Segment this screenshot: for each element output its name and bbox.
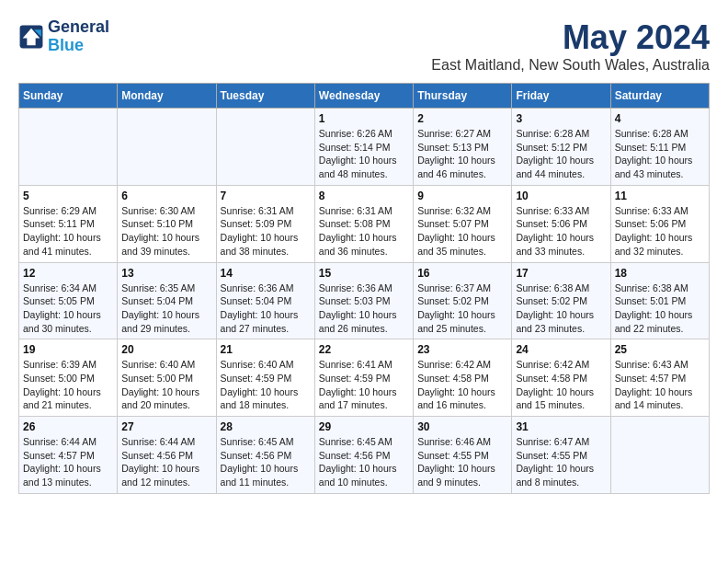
calendar-cell: 18Sunrise: 6:38 AMSunset: 5:01 PMDayligh… (610, 262, 709, 339)
logo-line1: General (48, 18, 109, 37)
calendar-cell: 30Sunrise: 6:46 AMSunset: 4:55 PMDayligh… (414, 417, 512, 494)
day-info: Sunrise: 6:46 AMSunset: 4:55 PMDaylight:… (417, 435, 507, 489)
header-cell-sunday: Sunday (19, 84, 118, 109)
calendar-cell: 27Sunrise: 6:44 AMSunset: 4:56 PMDayligh… (118, 417, 216, 494)
day-info: Sunrise: 6:42 AMSunset: 4:58 PMDaylight:… (516, 358, 606, 412)
day-number: 26 (23, 420, 113, 433)
calendar-cell: 3Sunrise: 6:28 AMSunset: 5:12 PMDaylight… (512, 109, 610, 186)
day-info: Sunrise: 6:44 AMSunset: 4:56 PMDaylight:… (121, 435, 211, 489)
calendar-cell: 19Sunrise: 6:39 AMSunset: 5:00 PMDayligh… (19, 339, 118, 417)
logo: General Blue (18, 18, 109, 55)
day-info: Sunrise: 6:44 AMSunset: 4:57 PMDaylight:… (23, 435, 113, 489)
header-cell-friday: Friday (512, 84, 610, 109)
day-info: Sunrise: 6:28 AMSunset: 5:12 PMDaylight:… (516, 127, 606, 181)
day-info: Sunrise: 6:45 AMSunset: 4:56 PMDaylight:… (221, 435, 311, 489)
calendar-cell (118, 109, 216, 186)
day-number: 11 (615, 190, 705, 202)
day-number: 22 (319, 343, 409, 356)
day-number: 25 (615, 343, 705, 356)
day-info: Sunrise: 6:36 AMSunset: 5:04 PMDaylight:… (221, 282, 311, 336)
day-number: 23 (417, 343, 507, 356)
day-number: 3 (516, 112, 606, 125)
calendar-cell: 9Sunrise: 6:32 AMSunset: 5:07 PMDaylight… (414, 185, 512, 262)
day-number: 17 (516, 267, 606, 280)
header-cell-wednesday: Wednesday (314, 84, 413, 109)
day-info: Sunrise: 6:30 AMSunset: 5:10 PMDaylight:… (121, 204, 211, 259)
day-number: 12 (23, 267, 113, 280)
day-number: 13 (121, 267, 211, 280)
day-info: Sunrise: 6:34 AMSunset: 5:05 PMDaylight:… (23, 282, 113, 336)
calendar-cell: 31Sunrise: 6:47 AMSunset: 4:55 PMDayligh… (512, 417, 610, 494)
calendar-cell: 8Sunrise: 6:31 AMSunset: 5:08 PMDaylight… (314, 185, 413, 262)
day-number: 8 (319, 190, 409, 202)
calendar-week-2: 5Sunrise: 6:29 AMSunset: 5:11 PMDaylight… (19, 185, 710, 262)
calendar-cell: 10Sunrise: 6:33 AMSunset: 5:06 PMDayligh… (512, 185, 610, 262)
day-number: 2 (417, 112, 507, 125)
day-info: Sunrise: 6:37 AMSunset: 5:02 PMDaylight:… (417, 282, 507, 336)
header-cell-monday: Monday (118, 84, 216, 109)
calendar-cell: 21Sunrise: 6:40 AMSunset: 4:59 PMDayligh… (216, 339, 314, 417)
day-number: 30 (417, 420, 507, 433)
day-info: Sunrise: 6:38 AMSunset: 5:01 PMDaylight:… (615, 282, 705, 336)
day-info: Sunrise: 6:38 AMSunset: 5:02 PMDaylight:… (516, 282, 606, 336)
calendar-cell: 25Sunrise: 6:43 AMSunset: 4:57 PMDayligh… (610, 339, 709, 417)
calendar-cell: 5Sunrise: 6:29 AMSunset: 5:11 PMDaylight… (19, 185, 118, 262)
header-cell-saturday: Saturday (610, 84, 709, 109)
day-number: 31 (516, 420, 606, 433)
calendar-week-1: 1Sunrise: 6:26 AMSunset: 5:14 PMDaylight… (19, 109, 710, 186)
day-info: Sunrise: 6:31 AMSunset: 5:09 PMDaylight:… (221, 204, 311, 259)
day-number: 4 (615, 112, 705, 125)
calendar-cell: 29Sunrise: 6:45 AMSunset: 4:56 PMDayligh… (314, 417, 413, 494)
calendar-cell: 13Sunrise: 6:35 AMSunset: 5:04 PMDayligh… (118, 262, 216, 339)
calendar-cell: 16Sunrise: 6:37 AMSunset: 5:02 PMDayligh… (414, 262, 512, 339)
day-info: Sunrise: 6:47 AMSunset: 4:55 PMDaylight:… (516, 435, 606, 489)
calendar-cell: 11Sunrise: 6:33 AMSunset: 5:06 PMDayligh… (610, 185, 709, 262)
calendar-cell: 15Sunrise: 6:36 AMSunset: 5:03 PMDayligh… (314, 262, 413, 339)
calendar-cell: 1Sunrise: 6:26 AMSunset: 5:14 PMDaylight… (314, 109, 413, 186)
logo-text: General Blue (48, 18, 109, 55)
calendar-week-5: 26Sunrise: 6:44 AMSunset: 4:57 PMDayligh… (19, 417, 710, 494)
calendar-cell: 2Sunrise: 6:27 AMSunset: 5:13 PMDaylight… (414, 109, 512, 186)
calendar-body: 1Sunrise: 6:26 AMSunset: 5:14 PMDaylight… (19, 109, 710, 494)
day-number: 28 (221, 420, 311, 433)
calendar-week-4: 19Sunrise: 6:39 AMSunset: 5:00 PMDayligh… (19, 339, 710, 417)
day-info: Sunrise: 6:35 AMSunset: 5:04 PMDaylight:… (121, 282, 211, 336)
day-info: Sunrise: 6:36 AMSunset: 5:03 PMDaylight:… (319, 282, 409, 336)
title-block: May 2024 East Maitland, New South Wales,… (431, 18, 710, 74)
day-number: 6 (121, 190, 211, 202)
calendar-cell (216, 109, 314, 186)
day-number: 5 (23, 190, 113, 202)
day-info: Sunrise: 6:33 AMSunset: 5:06 PMDaylight:… (615, 204, 705, 259)
day-number: 18 (615, 267, 705, 280)
day-number: 9 (417, 190, 507, 202)
header-cell-thursday: Thursday (414, 84, 512, 109)
day-number: 21 (221, 343, 311, 356)
calendar-cell (19, 109, 118, 186)
calendar-title: May 2024 (431, 18, 710, 57)
day-number: 16 (417, 267, 507, 280)
calendar-cell: 14Sunrise: 6:36 AMSunset: 5:04 PMDayligh… (216, 262, 314, 339)
day-info: Sunrise: 6:45 AMSunset: 4:56 PMDaylight:… (319, 435, 409, 489)
day-number: 1 (319, 112, 409, 125)
calendar-table: SundayMondayTuesdayWednesdayThursdayFrid… (18, 83, 710, 494)
day-number: 7 (221, 190, 311, 202)
calendar-cell: 24Sunrise: 6:42 AMSunset: 4:58 PMDayligh… (512, 339, 610, 417)
day-number: 14 (221, 267, 311, 280)
day-info: Sunrise: 6:27 AMSunset: 5:13 PMDaylight:… (417, 127, 507, 181)
day-info: Sunrise: 6:26 AMSunset: 5:14 PMDaylight:… (319, 127, 409, 181)
day-info: Sunrise: 6:40 AMSunset: 5:00 PMDaylight:… (121, 358, 211, 412)
logo-icon (18, 24, 44, 50)
calendar-subtitle: East Maitland, New South Wales, Australi… (431, 57, 710, 74)
calendar-cell: 28Sunrise: 6:45 AMSunset: 4:56 PMDayligh… (216, 417, 314, 494)
calendar-cell: 7Sunrise: 6:31 AMSunset: 5:09 PMDaylight… (216, 185, 314, 262)
page-header: General Blue May 2024 East Maitland, New… (18, 18, 710, 74)
calendar-cell: 23Sunrise: 6:42 AMSunset: 4:58 PMDayligh… (414, 339, 512, 417)
calendar-cell: 6Sunrise: 6:30 AMSunset: 5:10 PMDaylight… (118, 185, 216, 262)
day-number: 20 (121, 343, 211, 356)
day-info: Sunrise: 6:43 AMSunset: 4:57 PMDaylight:… (615, 358, 705, 412)
day-number: 29 (319, 420, 409, 433)
calendar-cell: 26Sunrise: 6:44 AMSunset: 4:57 PMDayligh… (19, 417, 118, 494)
calendar-week-3: 12Sunrise: 6:34 AMSunset: 5:05 PMDayligh… (19, 262, 710, 339)
calendar-cell: 17Sunrise: 6:38 AMSunset: 5:02 PMDayligh… (512, 262, 610, 339)
logo-line2: Blue (48, 36, 84, 54)
